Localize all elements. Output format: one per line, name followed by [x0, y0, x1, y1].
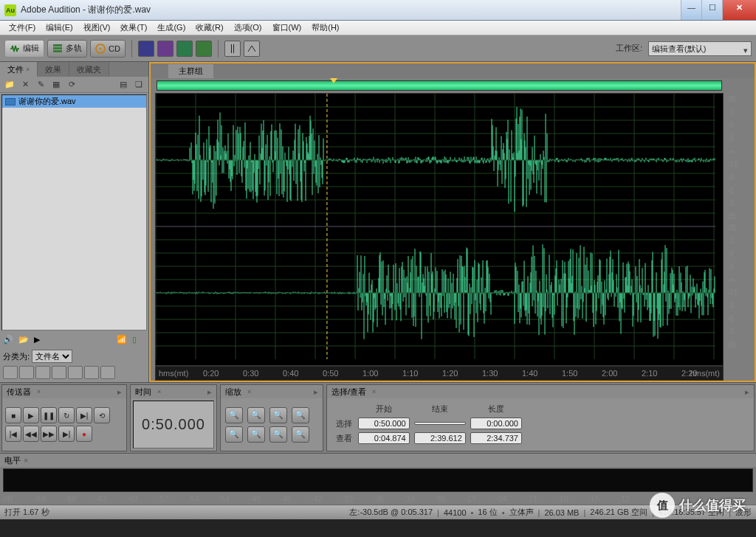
panel-menu-icon[interactable]: ▸ [745, 387, 749, 397]
files-tab[interactable]: 文件× [0, 62, 38, 77]
time-panel: 时间×▸ 0:50.000 [130, 384, 217, 451]
time-select-tool[interactable] [224, 41, 241, 57]
svg-rect-6 [233, 44, 234, 53]
loop-button[interactable]: ⟲ [94, 407, 110, 423]
menu-window[interactable]: 窗口(W) [269, 21, 305, 34]
db-scale: dB-3-6-9-∞-15-9-6-3dB dB-3-6-9-∞-15-9-6-… [724, 94, 751, 350]
sort-select[interactable]: 文件名 [32, 350, 72, 363]
volume-icon[interactable]: 📶 [117, 335, 130, 347]
view-icon-3[interactable] [35, 366, 50, 379]
status-samplerate: 44100 [444, 508, 467, 517]
refresh-icon[interactable]: ⟳ [65, 79, 78, 91]
menu-help[interactable]: 帮助(H) [309, 21, 342, 34]
freq-button[interactable] [157, 41, 173, 57]
preview-autoplay-icon[interactable]: ▶ [34, 335, 47, 347]
rewind-button[interactable]: ◀◀ [23, 426, 39, 442]
menu-file[interactable]: 文件(F) [6, 21, 38, 34]
transport-title: 传送器 [7, 387, 31, 398]
effects-tab[interactable]: 效果 [38, 62, 69, 77]
zoom-in-left-button[interactable]: 🔍 [225, 426, 243, 443]
go-start-button[interactable]: |◀ [5, 426, 21, 442]
edit-view-button[interactable]: 编辑 [4, 40, 44, 58]
zoom-title: 缩放 [225, 387, 241, 398]
view-icon-4[interactable] [52, 366, 66, 379]
panel-menu-icon[interactable]: ▸ [207, 387, 212, 397]
multitrack-icon [52, 44, 63, 54]
selection-title: 选择/查看 [331, 387, 366, 398]
close-file-icon[interactable]: ✕ [18, 79, 32, 91]
options-icon[interactable]: ▤ [117, 79, 130, 91]
cd-button[interactable]: CD [90, 40, 126, 58]
status-filesize: 26.03 MB [544, 508, 579, 517]
view-length-input[interactable]: 2:34.737 [470, 432, 522, 444]
view-icon-1[interactable] [3, 366, 18, 379]
zoom-out-v-button[interactable]: 🔍 [292, 426, 309, 443]
menu-options[interactable]: 选项(O) [231, 21, 265, 34]
zoom-in-right-button[interactable]: 🔍 [247, 426, 265, 443]
menu-edit[interactable]: 编辑(E) [43, 21, 76, 34]
menu-favorites[interactable]: 收藏(R) [193, 21, 226, 34]
zoom-in-v-button[interactable]: 🔍 [269, 426, 287, 443]
sel-start-input[interactable]: 0:50.000 [358, 418, 410, 429]
stop-button[interactable]: ■ [5, 407, 21, 423]
play-to-end-button[interactable]: ▶| [76, 407, 92, 423]
menu-view[interactable]: 视图(V) [80, 21, 114, 34]
play-button[interactable]: ▶ [23, 407, 39, 423]
minimize-button[interactable]: — [681, 0, 701, 20]
import-icon[interactable]: 📁 [3, 79, 16, 91]
svg-rect-5 [231, 44, 232, 53]
svg-rect-1 [53, 47, 62, 49]
view-icon-7[interactable] [100, 366, 115, 379]
go-end-button[interactable]: ▶| [58, 426, 75, 442]
record-button[interactable]: ● [76, 426, 92, 442]
top-bottom-button[interactable] [196, 41, 212, 57]
zoom-out-h-button[interactable]: 🔍 [247, 407, 265, 423]
play-loop-button[interactable]: ↻ [58, 407, 75, 423]
selection-panel: 选择/查看×▸ 开始结束长度 选择 0:50.000 0:00.000 查看 0… [326, 384, 755, 451]
zoom-full-button[interactable]: 🔍 [269, 407, 287, 423]
sort-label: 分类为: [3, 351, 30, 362]
file-item[interactable]: 谢谢你的爱.wav [2, 95, 146, 108]
multitrack-button[interactable]: 多轨 [47, 40, 87, 58]
sel-end-input[interactable] [414, 422, 466, 425]
svg-rect-0 [53, 44, 62, 46]
panel-menu-icon[interactable]: ▸ [314, 387, 318, 397]
playhead-marker-icon[interactable] [330, 78, 337, 83]
zoom-sel-button[interactable]: 🔍 [292, 407, 309, 423]
pause-button[interactable]: ❚❚ [41, 407, 57, 423]
zoom-panel: 缩放×▸ 🔍 🔍 🔍 🔍 🔍 🔍 🔍 🔍 [220, 384, 323, 451]
waveform-display[interactable]: dB-3-6-9-∞-15-9-6-3dB dB-3-6-9-∞-15-9-6-… [155, 93, 724, 366]
zoom-in-h-button[interactable]: 🔍 [225, 407, 243, 423]
overview-bar[interactable] [157, 80, 722, 91]
time-display[interactable]: 0:50.000 [133, 401, 214, 448]
cd-icon [95, 44, 106, 54]
workspace-selector[interactable]: 编辑查看(默认) [648, 41, 752, 56]
marquee-tool[interactable] [244, 41, 260, 57]
view-icon-2[interactable] [19, 366, 34, 379]
maximize-button[interactable]: ☐ [701, 0, 722, 20]
marker-icon[interactable]: ▯ [132, 335, 145, 347]
files-panel: 文件× 效果 收藏夹 📁 ✕ ✎ ▦ ⟳ ▤ ❏ 谢谢你的爱.wav 🔊 📂 ▶ [0, 62, 149, 382]
level-meter[interactable] [3, 468, 753, 492]
menu-generate[interactable]: 生成(G) [154, 21, 188, 34]
view-end-input[interactable]: 2:39.612 [414, 432, 466, 444]
close-button[interactable]: ✕ [722, 0, 756, 20]
insert-icon[interactable]: ▦ [49, 79, 63, 91]
forward-button[interactable]: ▶▶ [41, 426, 57, 442]
file-list[interactable]: 谢谢你的爱.wav [1, 94, 147, 330]
favorites-tab[interactable]: 收藏夹 [69, 62, 109, 77]
sel-length-input[interactable]: 0:00.000 [470, 418, 522, 429]
view-start-input[interactable]: 0:04.874 [358, 432, 410, 444]
view-icon-5[interactable] [68, 366, 83, 379]
spectral-button[interactable] [138, 41, 154, 57]
time-ruler[interactable]: hms(mt) 0:200:30 0:400:50 1:001:10 1:201… [155, 366, 724, 381]
view-icon-6[interactable] [84, 366, 99, 379]
edit-icon[interactable]: ✎ [34, 79, 47, 91]
menu-effects[interactable]: 效果(T) [117, 21, 150, 34]
panel-menu-icon[interactable]: ▸ [117, 387, 122, 397]
editor-tab-main[interactable]: 主群组 [168, 64, 213, 78]
preview-loop-icon[interactable]: 📂 [18, 335, 32, 347]
pan-button[interactable] [176, 41, 193, 57]
preview-play-icon[interactable]: 🔊 [3, 335, 16, 347]
help-icon[interactable]: ❏ [132, 79, 145, 91]
